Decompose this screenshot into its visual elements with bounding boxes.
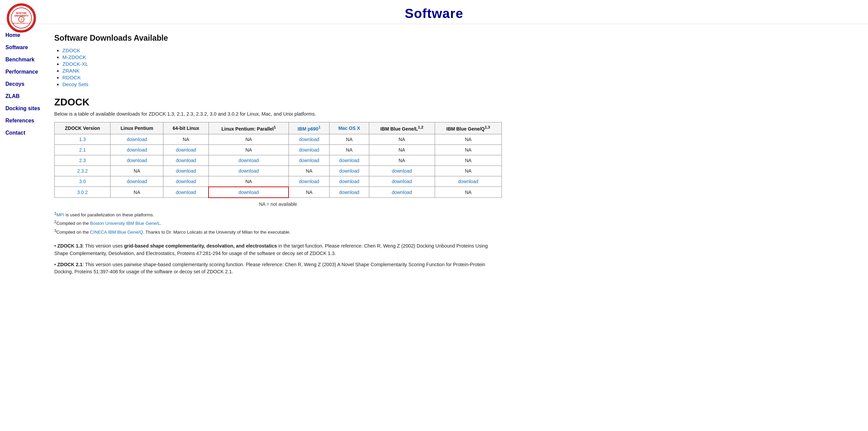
download-link[interactable]: download (176, 147, 196, 153)
na-cell: NA (209, 134, 289, 144)
zdock-description: Below is a table of available downloads … (54, 111, 502, 117)
download-link-highlighted[interactable]: download (239, 190, 259, 195)
download-link[interactable]: download (339, 168, 359, 174)
col-header-linux-pentium: Linux Pentium (111, 122, 163, 134)
na-cell: NA (209, 144, 289, 155)
sidebar-item-docking-sites[interactable]: Docking sites (5, 105, 42, 112)
footnotes: 1MPI is used for parallelization on thes… (54, 210, 502, 236)
na-cell: NA (435, 187, 501, 198)
na-cell: NA (369, 144, 435, 155)
download-link[interactable]: download (299, 147, 319, 153)
col-header-mac-osx: Mac OS X (330, 122, 369, 134)
version-link-3-0-2[interactable]: 3.0.2 (77, 190, 88, 195)
na-cell: NA (163, 134, 209, 144)
download-link[interactable]: download (339, 179, 359, 184)
na-cell: NA (369, 134, 435, 144)
zdock-bullet-1-3: • ZDOCK 1.3: This version uses grid-base… (54, 242, 502, 257)
na-cell: NA (330, 134, 369, 144)
na-cell: NA (435, 134, 501, 144)
table-row: 3.0 download download NA download downlo… (55, 176, 502, 187)
col-header-ibm-p690: IBM p6901 (289, 122, 329, 134)
download-link[interactable]: download (299, 137, 319, 142)
zdock-section-title: ZDOCK (54, 97, 502, 108)
download-link[interactable]: download (458, 179, 478, 184)
sidebar-item-zlab[interactable]: ZLAB (5, 93, 42, 99)
download-link[interactable]: download (176, 190, 196, 195)
toc-list: ZDOCK M-ZDOCK ZDOCK-XL ZRANK RDOCK Decoy… (62, 47, 502, 87)
toc-link-mzdock[interactable]: M-ZDOCK (62, 54, 86, 60)
table-row: 3.0.2 NA download download NA download d… (55, 187, 502, 198)
sidebar-item-contact[interactable]: Contact (5, 130, 42, 136)
version-link-3-0[interactable]: 3.0 (79, 179, 86, 184)
toc-link-zdockxl[interactable]: ZDOCK-XL (62, 61, 88, 67)
sidebar-item-decoys[interactable]: Decoys (5, 81, 42, 87)
version-link-2-1[interactable]: 2.1 (79, 147, 86, 153)
toc-link-decoy-sets[interactable]: Decoy Sets (62, 81, 88, 87)
download-link[interactable]: download (299, 179, 319, 184)
col-header-ibm-blue-gene-q: IBM Blue Gene/Q1,3 (435, 122, 501, 134)
col-header-version: ZDOCK Version (55, 122, 111, 134)
svg-text:⚕: ⚕ (21, 18, 22, 21)
version-link-2-3-2[interactable]: 2.3.2 (77, 168, 88, 174)
logo: BOSTON UNIVERSITY BIOINFORMATICS ⚕ (7, 3, 37, 34)
table-row: 2.3.2 NA download download NA download d… (55, 165, 502, 176)
version-link-2-3[interactable]: 2.3 (79, 158, 86, 163)
na-cell: NA (289, 187, 329, 198)
na-cell: NA (435, 144, 501, 155)
sidebar-item-benchmark[interactable]: Benchmark (5, 57, 42, 63)
download-link[interactable]: download (392, 190, 412, 195)
download-link[interactable]: download (127, 137, 147, 142)
table-row: 1.3 download NA NA download NA NA NA (55, 134, 502, 144)
sidebar-item-software[interactable]: Software (5, 44, 42, 51)
mpi-link[interactable]: MPI (56, 212, 64, 217)
page-header: BOSTON UNIVERSITY BIOINFORMATICS ⚕ Softw… (0, 0, 868, 24)
na-cell: NA (209, 176, 289, 187)
na-cell: NA (289, 165, 329, 176)
footnote-3: 3Compiled on the CINECA IBM Blue Gene/Q.… (54, 228, 502, 236)
footnote-1: 1MPI is used for parallelization on thes… (54, 210, 502, 219)
download-link[interactable]: download (239, 158, 259, 163)
sidebar-item-performance[interactable]: Performance (5, 69, 42, 75)
toc-link-zdock[interactable]: ZDOCK (62, 47, 80, 53)
na-cell: NA (435, 155, 501, 165)
toc-link-rdock[interactable]: RDOCK (62, 75, 81, 80)
download-link[interactable]: download (392, 168, 412, 174)
page-title: Software (405, 6, 463, 21)
zdock-bullets: • ZDOCK 1.3: This version uses grid-base… (54, 242, 502, 276)
table-row: 2.1 download download NA download NA NA … (55, 144, 502, 155)
table-row: 2.3 download download download download … (55, 155, 502, 165)
col-header-ibm-blue-gene-l: IBM Blue Gene/L1,2 (369, 122, 435, 134)
na-cell: NA (369, 155, 435, 165)
download-link[interactable]: download (127, 158, 147, 163)
main-content: Software Downloads Available ZDOCK M-ZDO… (47, 24, 522, 431)
col-header-64bit-linux: 64-bit Linux (163, 122, 209, 134)
download-link[interactable]: download (239, 168, 259, 174)
zdock-bullet-2-1: • ZDOCK 2.1: This version uses pairwise … (54, 261, 502, 276)
download-link[interactable]: download (339, 158, 359, 163)
svg-text:BIOINFORMATICS: BIOINFORMATICS (13, 22, 30, 24)
cineca-link[interactable]: CINECA IBM Blue Gene/Q (90, 230, 143, 235)
download-link[interactable]: download (176, 168, 196, 174)
download-link[interactable]: download (127, 179, 147, 184)
toc-link-zrank[interactable]: ZRANK (62, 68, 80, 74)
na-cell: NA (330, 144, 369, 155)
col-header-linux-parallel: Linux Pentium: Parallel1 (209, 122, 289, 134)
bu-ibm-link[interactable]: Boston University IBM Blue Gene/L (90, 221, 160, 226)
sidebar-item-references[interactable]: References (5, 118, 42, 124)
download-link[interactable]: download (299, 158, 319, 163)
download-link[interactable]: download (176, 158, 196, 163)
na-cell: NA (111, 165, 163, 176)
download-link[interactable]: download (339, 190, 359, 195)
download-link[interactable]: download (127, 147, 147, 153)
version-link-1-3[interactable]: 1.3 (79, 137, 86, 142)
na-note: NA = not available (54, 201, 502, 207)
footnote-2: 2Compiled on the Boston University IBM B… (54, 219, 502, 228)
na-cell: NA (111, 187, 163, 198)
section-subtitle: Software Downloads Available (54, 34, 502, 43)
download-link[interactable]: download (176, 179, 196, 184)
svg-text:BOSTON: BOSTON (16, 12, 26, 14)
na-cell: NA (435, 165, 501, 176)
table-header-row: ZDOCK Version Linux Pentium 64-bit Linux… (55, 122, 502, 134)
download-table: ZDOCK Version Linux Pentium 64-bit Linux… (54, 122, 502, 198)
download-link[interactable]: download (392, 179, 412, 184)
